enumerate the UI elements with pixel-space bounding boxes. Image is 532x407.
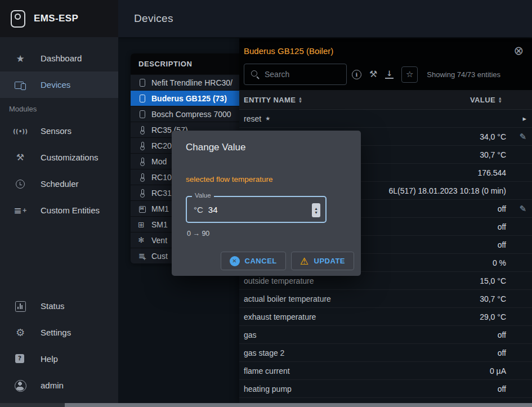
maintenance-icon[interactable]: ⚒ (369, 69, 377, 79)
entity-action: ✎ (506, 132, 527, 142)
entity-value: 30,7 °C (480, 150, 506, 159)
sidebar-item[interactable]: Settings (0, 319, 118, 346)
scrollbar-thumb[interactable] (65, 403, 532, 407)
entity-row[interactable]: exhaust temperature 29,0 °C (239, 308, 532, 326)
playlist-icon (14, 205, 27, 216)
thermo-icon (137, 189, 146, 198)
horizontal-scrollbar (0, 403, 532, 407)
sidebar: EMS-ESP Dashboard Devices Modules (0, 0, 118, 407)
thermo-icon (137, 141, 146, 150)
entity-search[interactable] (244, 64, 347, 85)
info-icon[interactable] (352, 70, 361, 79)
sidebar-item[interactable]: Help (0, 346, 118, 372)
detail-header: Buderus GB125 (Boiler) ⊗ ⚒ ↓ ☆ Showing 7… (239, 38, 532, 90)
sidebar-bottom-nav: Status Settings Help admin (0, 293, 118, 399)
sidebar-item[interactable]: Status (0, 293, 118, 319)
sensors-icon (14, 126, 27, 137)
sidebar-item[interactable]: Dashboard (0, 45, 118, 71)
sidebar-item-label: Scheduler (41, 179, 79, 189)
boiler-icon (137, 94, 146, 103)
device-label: Cust (151, 252, 168, 261)
edit-icon[interactable]: ✎ (519, 132, 526, 142)
entity-row[interactable]: heating pump off (239, 380, 532, 398)
sidebar-item-label: Custom Entities (41, 205, 100, 215)
sidebar-item-label: Status (41, 301, 65, 311)
device-label: SM1 (151, 220, 168, 229)
sidebar-item-label: Dashboard (41, 53, 82, 63)
value-range-hint: 0 → 90 (187, 230, 209, 238)
entity-name: gas stage 2 (244, 348, 284, 357)
edit-icon[interactable]: ✎ (519, 204, 526, 214)
dialog-entity-label: selected flow temperature (186, 175, 273, 184)
entity-value: off (498, 240, 506, 249)
thermo-icon (137, 157, 146, 166)
sidebar-item[interactable]: Sensors (0, 118, 118, 144)
help-icon (14, 354, 27, 365)
value-column-header[interactable]: VALUE ▴▾ (470, 96, 527, 104)
devices-icon (14, 79, 27, 91)
entity-row[interactable]: flame current 0 µA (239, 362, 532, 380)
entity-row[interactable]: gas stage 2 off (239, 344, 532, 362)
entity-row[interactable]: gas off (239, 326, 532, 344)
boiler-logo-icon (9, 9, 26, 28)
dialog-actions: ✕ CANCEL ⚠ UPDATE (221, 252, 354, 270)
sidebar-item[interactable]: admin (0, 372, 118, 399)
fan-icon (137, 236, 146, 245)
entity-name: flame current (244, 366, 290, 375)
spinner-down-icon[interactable]: ▾ (315, 211, 317, 214)
entity-table-header: ENTITY NAME ▴▾ VALUE ▴▾ (239, 90, 532, 110)
entity-value: off (498, 330, 506, 339)
search-input[interactable] (265, 70, 338, 79)
entity-name: heating pump (244, 384, 292, 393)
close-icon[interactable]: ⊗ (513, 44, 524, 57)
sort-icon: ▴▾ (299, 96, 302, 103)
entity-name: exhaust temperature (244, 312, 316, 321)
cancel-button[interactable]: ✕ CANCEL (221, 252, 286, 270)
device-label: Bosch Compress 7000 (151, 110, 231, 119)
app-root: Devices EMS-ESP Dashboard Devices Module… (0, 0, 532, 407)
entity-value: off (498, 222, 506, 231)
thermo-icon (137, 126, 146, 135)
entity-value: 0 µA (490, 366, 506, 375)
sidebar-item-label: Customizations (41, 153, 99, 162)
device-label: Vent (151, 236, 167, 245)
sort-icon: ▴▾ (499, 96, 502, 103)
entity-name-column-header[interactable]: ENTITY NAME ▴▾ (244, 96, 302, 104)
tools-icon (14, 152, 27, 163)
chart-icon (14, 301, 27, 312)
sidebar-item[interactable]: Devices (0, 71, 118, 98)
entity-value: 6L(517) 18.01.2023 10:18 (0 min) (388, 186, 506, 195)
device-label: Mod (151, 157, 167, 166)
sidebar-item[interactable]: Custom Entities (0, 197, 118, 223)
entity-value: 34,0 °C (480, 132, 506, 141)
update-button[interactable]: ⚠ UPDATE (291, 252, 354, 270)
sidebar-item-label: Help (41, 354, 58, 364)
value-field[interactable]: Value °C ▴ ▾ (186, 196, 327, 223)
entity-value: 0 % (493, 258, 506, 267)
sidebar-main-nav: Dashboard Devices (0, 37, 118, 98)
grid-icon (137, 220, 146, 229)
sidebar-item[interactable]: Customizations (0, 144, 118, 171)
sidebar-item-label: Settings (41, 328, 71, 337)
value-input[interactable] (208, 205, 287, 214)
device-label: RC20 (151, 141, 172, 150)
number-spinner[interactable]: ▴ ▾ (312, 203, 320, 217)
cancel-label: CANCEL (245, 257, 277, 265)
sidebar-item[interactable]: Scheduler (0, 171, 118, 197)
list-icon (137, 252, 146, 261)
entity-row[interactable]: actual boiler temperature 30,7 °C (239, 290, 532, 308)
clock-icon (14, 178, 27, 190)
person-icon (14, 380, 27, 391)
mm-icon (137, 204, 146, 213)
brand: EMS-ESP (0, 0, 118, 37)
download-icon[interactable]: ↓ (385, 70, 394, 79)
entities-summary: Showing 74/73 entities (427, 70, 500, 79)
sidebar-modules-nav: Sensors Customizations Scheduler Custom … (0, 118, 118, 223)
entity-row[interactable]: reset ★ ▸ (239, 110, 532, 128)
chevron-right-icon[interactable]: ▸ (522, 114, 526, 123)
device-label: MM1 (151, 204, 169, 213)
sidebar-item-label: Sensors (41, 126, 71, 136)
favorites-filter-button[interactable]: ☆ (401, 66, 418, 83)
device-label: RC31 (151, 189, 172, 198)
value-field-label: Value (192, 192, 214, 199)
